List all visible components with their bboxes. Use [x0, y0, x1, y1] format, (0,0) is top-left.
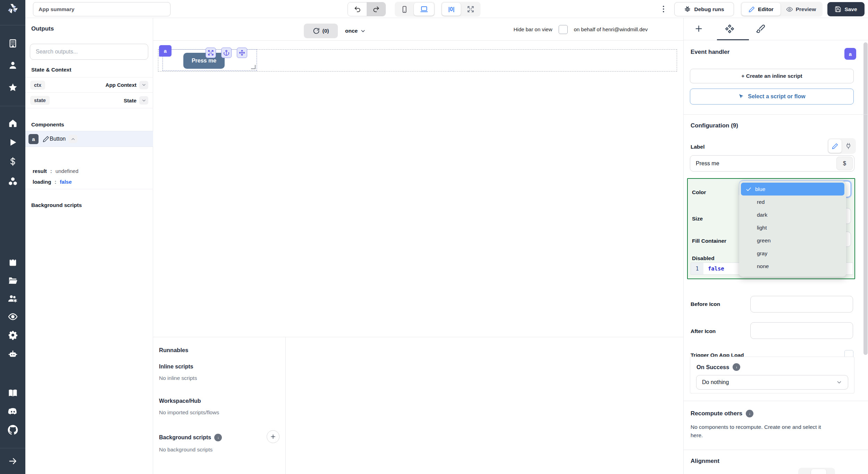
on-success-select[interactable]: Do nothing — [696, 375, 848, 390]
debug-runs-button[interactable]: Debug runs — [674, 2, 734, 16]
info-icon[interactable] — [214, 434, 222, 441]
output-row-state[interactable]: state State — [25, 93, 153, 108]
calendar-icon[interactable] — [8, 257, 18, 267]
dropdown-option-light[interactable]: light — [741, 221, 844, 234]
component-id-badge: a — [28, 134, 39, 144]
book-icon[interactable] — [8, 388, 18, 398]
search-outputs-input[interactable] — [30, 44, 148, 60]
top-toolbar: |0| Debug runs Editor Preview S — [25, 0, 868, 18]
arrow-right-icon[interactable] — [8, 456, 18, 466]
refresh-button[interactable]: (0) — [304, 24, 338, 38]
redo-button[interactable] — [367, 2, 385, 16]
dropdown-option-green[interactable]: green — [741, 234, 844, 247]
on-success-card: On Success Do nothing — [690, 357, 854, 393]
tab-styling[interactable] — [756, 24, 765, 33]
star-icon[interactable] — [8, 83, 18, 92]
edit-id-pencil-icon[interactable] — [43, 135, 50, 142]
after-icon-input[interactable] — [750, 322, 853, 339]
users-gear-icon[interactable] — [8, 293, 18, 304]
static-value-button[interactable] — [828, 139, 842, 153]
windmill-logo[interactable] — [7, 2, 19, 16]
eye-icon[interactable] — [8, 312, 18, 322]
chevron-up-icon[interactable] — [68, 135, 77, 143]
device-toggle-group — [395, 2, 435, 17]
dropdown-option-blue[interactable]: blue — [741, 183, 844, 196]
connect-value-button[interactable] — [842, 139, 855, 153]
tab-editor[interactable]: Editor — [742, 3, 781, 16]
alignment-toggle-partial[interactable] — [798, 468, 835, 474]
hide-bar-label: Hide bar on view — [514, 26, 552, 32]
output-value: false — [60, 179, 72, 185]
runnables-panel: Runnables Inline scripts No inline scrip… — [153, 337, 683, 474]
component-row-button[interactable]: a Button — [25, 131, 153, 147]
save-button[interactable]: Save — [827, 2, 865, 16]
before-icon-field-label: Before Icon — [691, 301, 720, 307]
tab-insert-component[interactable] — [694, 24, 703, 33]
select-script-label: Select a script or flow — [748, 93, 805, 100]
boxes-icon[interactable] — [8, 176, 18, 186]
add-background-script-button[interactable] — [267, 430, 279, 443]
save-label: Save — [844, 6, 857, 13]
app-summary-input[interactable] — [33, 2, 170, 16]
undo-redo-group — [348, 2, 386, 16]
info-icon[interactable] — [746, 410, 753, 417]
play-icon[interactable] — [8, 138, 17, 147]
chevron-down-icon[interactable] — [139, 81, 148, 89]
center-align-button[interactable]: |0| — [442, 3, 461, 16]
section-divider — [684, 401, 868, 401]
background-scripts-label: Background scripts — [159, 434, 211, 441]
gear-icon[interactable] — [8, 330, 18, 340]
dollar-icon[interactable] — [8, 157, 17, 166]
alignment-active-segment — [811, 469, 826, 474]
dropdown-option-red[interactable]: red — [741, 196, 844, 208]
chevron-down-icon[interactable] — [139, 96, 148, 105]
move-component-button[interactable] — [237, 48, 247, 58]
discord-icon[interactable] — [8, 406, 18, 417]
hide-bar-checkbox[interactable] — [559, 25, 568, 34]
resize-handle[interactable] — [251, 65, 256, 69]
dropdown-option-dark[interactable]: dark — [741, 208, 844, 221]
output-kv-loading[interactable]: loading : false — [33, 179, 72, 185]
button-component[interactable]: Press me — [183, 53, 225, 69]
info-icon[interactable] — [733, 363, 740, 371]
mobile-view-button[interactable] — [396, 3, 413, 16]
expand-canvas-button[interactable] — [461, 3, 479, 16]
label-value-input[interactable] — [690, 160, 836, 167]
eye-icon — [786, 6, 793, 13]
desktop-view-button[interactable] — [414, 3, 434, 16]
select-script-button[interactable]: Select a script or flow — [690, 89, 854, 105]
debug-runs-label: Debug runs — [694, 6, 724, 13]
panel-scrollbar[interactable] — [863, 42, 868, 355]
main-sidebar — [0, 0, 25, 474]
chevron-down-icon — [360, 28, 366, 34]
dropdown-option-gray[interactable]: gray — [741, 247, 844, 260]
label-field-label: Label — [691, 144, 704, 150]
create-inline-script-button[interactable]: + Create an inline script — [690, 69, 854, 83]
label-value-field: $ — [690, 155, 854, 172]
home-icon[interactable] — [8, 118, 18, 128]
check-icon — [745, 186, 752, 192]
app-canvas[interactable]: a Press me — [153, 41, 683, 337]
tab-component-settings[interactable] — [725, 24, 734, 33]
dollar-template-button[interactable]: $ — [836, 157, 853, 170]
output-row-ctx[interactable]: ctx App Context — [25, 77, 153, 93]
before-icon-input[interactable] — [750, 296, 853, 313]
undo-button[interactable] — [348, 2, 367, 16]
workspace-hub-empty: No imported scripts/flows — [159, 409, 219, 416]
code-value: false — [703, 263, 724, 274]
tab-preview[interactable]: Preview — [781, 3, 821, 16]
kebab-menu-icon[interactable] — [659, 5, 668, 14]
dropdown-option-label: light — [757, 225, 767, 231]
robot-icon[interactable] — [8, 349, 18, 359]
dropdown-option-none[interactable]: none — [741, 260, 844, 273]
github-icon[interactable] — [8, 425, 18, 435]
folder-open-icon[interactable] — [8, 276, 18, 286]
refresh-icon — [313, 27, 320, 34]
outputs-title: Outputs — [31, 25, 54, 32]
expand-component-button[interactable] — [206, 48, 216, 58]
building-icon[interactable] — [8, 39, 18, 48]
user-icon[interactable] — [8, 60, 18, 70]
component-settings-panel: Event handler a + Create an inline scrip… — [683, 18, 868, 474]
anchor-component-button[interactable] — [221, 48, 232, 58]
run-mode-dropdown[interactable]: once — [345, 24, 366, 38]
